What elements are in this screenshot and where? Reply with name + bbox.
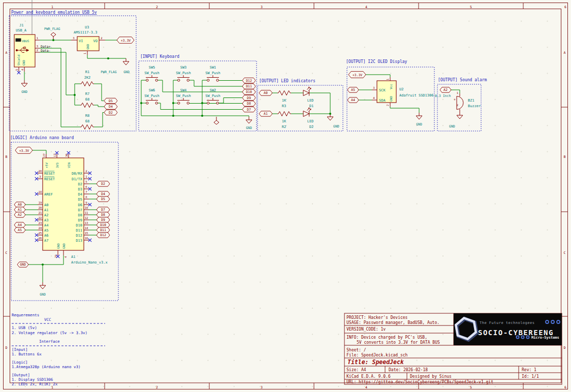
switch-sw3[interactable]: SW3 SW_Push: [176, 66, 191, 81]
global-label-d7[interactable]: D7: [242, 107, 256, 112]
power-label-3v3[interactable]: +3.3V: [348, 72, 366, 78]
value[interactable]: 1K: [282, 99, 287, 103]
gnd-symbol[interactable]: GND: [449, 112, 463, 128]
buzzer-symbol[interactable]: 1 2 + BZ1 Buzzer: [454, 91, 481, 113]
gnd-symbol[interactable]: GND: [327, 114, 339, 128]
ref[interactable]: A1: [71, 255, 75, 259]
value[interactable]: SW_Push: [144, 71, 160, 75]
global-label-a2[interactable]: A2: [440, 87, 451, 92]
resistor-r3[interactable]: 1K R3: [277, 91, 291, 109]
oled-display-symbol[interactable]: U2 Adafruit SSD1306 SCK SDA Vcc GND 3 4 …: [372, 77, 433, 107]
global-label-d10[interactable]: D10: [242, 89, 256, 94]
global-label-d11[interactable]: D11: [97, 227, 110, 233]
keyboard-wires[interactable]: [141, 80, 249, 117]
switch-sw4[interactable]: SW4 SW_Push: [176, 88, 191, 104]
global-label-a1[interactable]: A1: [259, 111, 272, 116]
requirements-notes[interactable]: Requerements VCC 1. USB (5v) 2. Voltage …: [12, 313, 105, 386]
ref[interactable]: SW3: [180, 66, 187, 70]
switch-sw5[interactable]: SW5 SW_Push: [144, 66, 160, 81]
global-label-d10[interactable]: D10: [97, 222, 110, 227]
ref[interactable]: SW6: [149, 88, 155, 92]
resistor-r2[interactable]: 1K R2: [277, 112, 291, 129]
global-label-d5[interactable]: D5: [97, 197, 110, 202]
net-label-data-plus[interactable]: Data+: [41, 45, 51, 49]
value[interactable]: Buzzer: [468, 104, 481, 108]
global-label-d8[interactable]: D8: [97, 212, 110, 217]
pwr-flag-symbol[interactable]: PWR_FLAG: [101, 70, 219, 124]
gnd-symbol[interactable]: GND: [123, 58, 130, 74]
value-note[interactable]: 0.3 Inch: [435, 94, 451, 98]
section-title[interactable]: [OUTPUT] I2C OLED Display: [346, 59, 407, 64]
ref[interactable]: BZ1: [468, 99, 474, 103]
value[interactable]: 2K2: [84, 76, 91, 80]
global-label-d11[interactable]: D11: [242, 84, 256, 89]
schematic-editor-canvas[interactable]: 1 2 3 4 5 6 1 2 3 4 5 6 A B C D A B C D …: [0, 0, 571, 392]
gnd-symbol[interactable]: GND: [416, 113, 422, 126]
value[interactable]: SW_Push: [205, 94, 220, 98]
switch-sw2[interactable]: SW2 SW_Push: [205, 88, 220, 104]
global-label-d9[interactable]: D9: [242, 95, 256, 100]
section-title[interactable]: [OUTPUT] LED indicators: [259, 79, 315, 83]
section-title[interactable]: [INPUT] Keyboard: [140, 54, 179, 59]
value[interactable]: SW_Push: [176, 71, 191, 75]
global-label-a0[interactable]: A0: [259, 90, 272, 95]
ref[interactable]: SW5: [149, 66, 155, 70]
resistor-r7[interactable]: R7 68: [80, 92, 94, 108]
switch-sw6[interactable]: SW6 SW_Push: [144, 88, 160, 104]
value[interactable]: Arduino_Nano_v3.x: [71, 260, 108, 265]
global-label-d8[interactable]: D8: [242, 101, 256, 106]
net-label-data-minus[interactable]: Data-: [41, 49, 51, 53]
ref[interactable]: U2: [399, 87, 403, 91]
global-label-d4[interactable]: D4: [97, 191, 110, 197]
value[interactable]: LED: [307, 99, 314, 103]
value[interactable]: SW_Push: [144, 94, 160, 98]
led-d1[interactable]: LED D1: [303, 87, 313, 109]
global-label-d9[interactable]: D9: [97, 217, 110, 222]
ref[interactable]: SW2: [210, 88, 216, 92]
value[interactable]: 68: [85, 119, 89, 123]
ref[interactable]: D2: [309, 125, 313, 129]
global-label-d7[interactable]: D7: [97, 207, 110, 212]
global-label-a5[interactable]: A5: [14, 227, 25, 233]
power-label-3v3[interactable]: +3.3V: [117, 37, 134, 44]
value[interactable]: 68: [85, 97, 89, 102]
global-label-a0[interactable]: A0: [14, 202, 25, 207]
ref[interactable]: D1: [309, 104, 313, 108]
value[interactable]: AMS1117-3.3: [74, 30, 97, 35]
regulator-symbol[interactable]: U3 AMS1117-3.3 VI VO GND 3 2 1: [71, 25, 105, 55]
global-label-a1[interactable]: A1: [14, 207, 25, 212]
resistor-r8[interactable]: R8 68: [80, 114, 94, 129]
global-label-gnd[interactable]: GND: [17, 262, 28, 267]
pwr-flag-symbol[interactable]: PWR_FLAG: [44, 27, 60, 40]
global-label-a2[interactable]: A2: [14, 212, 25, 217]
usb-connector-symbol[interactable]: J1 USB_A VBUS Shield GND 1 3 2 5 4: [14, 23, 40, 72]
ref[interactable]: R2: [282, 125, 286, 129]
value[interactable]: USB_A: [16, 28, 27, 32]
global-label-a5[interactable]: A5: [347, 87, 359, 92]
global-label-d12[interactable]: D12: [97, 233, 110, 238]
ref[interactable]: U3: [85, 25, 89, 29]
gnd-symbol[interactable]: GND: [21, 80, 27, 94]
switch-sw1[interactable]: SW1 SW_Push: [205, 66, 220, 81]
global-label-a4[interactable]: A4: [14, 222, 25, 227]
value[interactable]: Adafruit SSD1306: [399, 93, 433, 97]
ref[interactable]: SW4: [180, 88, 187, 92]
global-label-d4[interactable]: D4: [104, 104, 117, 109]
ref[interactable]: R1: [85, 70, 89, 74]
gnd-symbol[interactable]: GND: [40, 282, 46, 297]
value[interactable]: 1K: [282, 119, 287, 123]
global-label-a4[interactable]: A4: [347, 97, 359, 103]
value[interactable]: SW_Push: [205, 71, 220, 75]
ref[interactable]: R8: [85, 114, 89, 118]
section-title[interactable]: [LOGIC] Arduino nano board: [10, 136, 74, 140]
resistor-r1[interactable]: R1 2K2: [80, 70, 94, 86]
led-wires[interactable]: [272, 93, 330, 114]
global-label-d2[interactable]: D2: [104, 110, 117, 115]
power-label-3v3[interactable]: +3.3V: [15, 147, 33, 154]
global-label-d12[interactable]: D12: [242, 78, 256, 83]
value[interactable]: LED: [307, 119, 314, 123]
gnd-symbol[interactable]: GND: [246, 117, 252, 130]
ref[interactable]: SW1: [210, 66, 216, 70]
ref[interactable]: R3: [282, 104, 286, 108]
led-d2[interactable]: LED D2: [303, 108, 313, 129]
